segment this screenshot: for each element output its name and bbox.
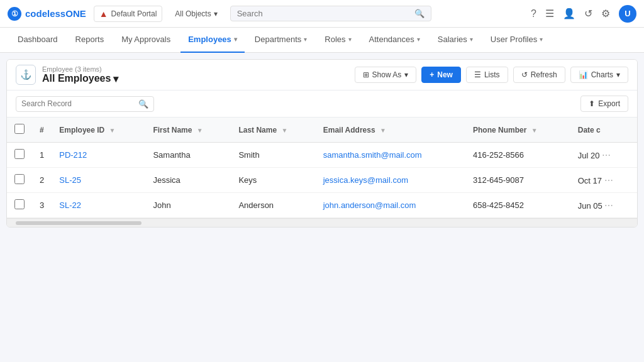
nav-departments[interactable]: Departments ▾ <box>247 28 314 53</box>
scroll-track[interactable] <box>7 218 637 227</box>
num-th: # <box>32 118 52 143</box>
phone-th[interactable]: Phone Number ▼ <box>465 118 570 143</box>
employee-id-th[interactable]: Employee ID ▼ <box>52 118 145 143</box>
global-search-input[interactable] <box>237 9 411 18</box>
nav-dashboard[interactable]: Dashboard <box>10 28 65 53</box>
subheader-title[interactable]: All Employees ▾ <box>42 73 118 85</box>
help-icon[interactable]: ? <box>531 8 536 19</box>
employees-table: # Employee ID ▼ First Name ▼ Last Name ▼ <box>7 118 637 218</box>
show-as-button[interactable]: ⊞ Show As ▾ <box>355 67 417 83</box>
row-checkbox-0[interactable] <box>14 149 25 159</box>
nav-employees-dropdown-icon: ▾ <box>234 36 237 43</box>
subheader-left: ⚓ Employee (3 items) All Employees ▾ <box>16 65 118 85</box>
row-date-1: Oct 17 ⋯ <box>570 168 637 193</box>
table-body: 1 PD-212 Samantha Smith samantha.smith@m… <box>7 143 637 218</box>
last-name-th-label: Last Name <box>238 126 277 134</box>
charts-label: Charts <box>591 70 613 79</box>
topbar: ① codelessONE ▲ Default Portal All Objec… <box>0 0 644 28</box>
objects-selector[interactable]: All Objects ▾ <box>170 7 222 21</box>
employee-id-th-label: Employee ID <box>59 126 104 134</box>
row-first-name-1: Jessica <box>145 168 231 193</box>
lists-label: Lists <box>484 70 500 79</box>
search-record-input[interactable] <box>21 99 135 108</box>
table-row: 2 SL-25 Jessica Keys jessica.keys@mail.c… <box>7 168 637 193</box>
table-row: 1 PD-212 Samantha Smith samantha.smith@m… <box>7 143 637 168</box>
logo-icon: ① <box>8 7 21 21</box>
row-checkbox-cell[interactable] <box>7 143 32 168</box>
nav-user-profiles[interactable]: User Profiles ▾ <box>483 28 550 53</box>
nav-roles-label: Roles <box>325 35 345 44</box>
scroll-thumb[interactable] <box>16 221 142 225</box>
subheader-title-text: All Employees <box>42 73 111 84</box>
portal-selector[interactable]: ▲ Default Portal <box>94 6 163 22</box>
charts-icon: 📊 <box>579 70 588 79</box>
global-search-icon: 🔍 <box>414 9 425 18</box>
table-header-row: # Employee ID ▼ First Name ▼ Last Name ▼ <box>7 118 637 143</box>
nav-departments-label: Departments <box>255 35 301 44</box>
first-name-th[interactable]: First Name ▼ <box>145 118 231 143</box>
subheader-title-group: Employee (3 items) All Employees ▾ <box>42 65 118 85</box>
objects-label: All Objects <box>175 9 211 18</box>
table-row: 3 SL-22 John Anderson john.anderson@mail… <box>7 193 637 218</box>
row-num-2: 3 <box>32 193 52 218</box>
user-manage-icon[interactable]: 👤 <box>563 8 575 19</box>
row-more-1[interactable]: ⋯ <box>604 175 613 185</box>
navbar: Dashboard Reports My Approvals Employees… <box>0 28 644 53</box>
row-checkbox-cell[interactable] <box>7 193 32 218</box>
row-phone-2: 658-425-8452 <box>465 193 570 218</box>
avatar[interactable]: U <box>619 5 636 23</box>
refresh-icon: ↺ <box>521 70 528 79</box>
nav-employees[interactable]: Employees ▾ <box>180 28 245 53</box>
nav-my-approvals[interactable]: My Approvals <box>114 28 178 53</box>
show-as-dropdown-icon: ▾ <box>404 70 408 79</box>
menu-icon[interactable]: ☰ <box>545 8 554 19</box>
row-more-0[interactable]: ⋯ <box>602 150 611 160</box>
nav-attendances-label: Attendances <box>369 35 414 44</box>
charts-button[interactable]: 📊 Charts ▾ <box>570 67 628 83</box>
export-button[interactable]: ⬆ Export <box>580 96 628 112</box>
nav-user-profiles-label: User Profiles <box>491 35 537 44</box>
settings-icon[interactable]: ⚙ <box>601 8 610 19</box>
row-employee-id-0[interactable]: PD-212 <box>52 143 145 168</box>
subheader-right: ⊞ Show As ▾ + New ☰ Lists ↺ Refresh 📊 Ch… <box>355 67 628 83</box>
search-record-wrap[interactable]: 🔍 <box>16 96 154 112</box>
row-employee-id-2[interactable]: SL-22 <box>52 193 145 218</box>
lists-button[interactable]: ☰ Lists <box>466 67 508 83</box>
row-email-1[interactable]: jessica.keys@mail.com <box>316 168 465 193</box>
lists-icon: ☰ <box>474 70 481 79</box>
global-search-bar[interactable]: 🔍 <box>230 6 431 21</box>
nav-employees-label: Employees <box>188 35 231 44</box>
phone-sort-icon: ▼ <box>531 127 538 134</box>
row-email-2[interactable]: john.anderson@mail.com <box>316 193 465 218</box>
nav-attendances[interactable]: Attendances ▾ <box>362 28 428 53</box>
show-as-icon: ⊞ <box>363 70 369 79</box>
row-checkbox-cell[interactable] <box>7 168 32 193</box>
last-name-th[interactable]: Last Name ▼ <box>231 118 315 143</box>
row-employee-id-1[interactable]: SL-25 <box>52 168 145 193</box>
row-num-0: 1 <box>32 143 52 168</box>
row-last-name-2: Anderson <box>231 193 315 218</box>
employees-table-wrap: # Employee ID ▼ First Name ▼ Last Name ▼ <box>7 118 637 218</box>
row-more-2[interactable]: ⋯ <box>604 200 613 211</box>
row-first-name-2: John <box>145 193 231 218</box>
row-email-0[interactable]: samantha.smith@mail.com <box>316 143 465 168</box>
email-th[interactable]: Email Address ▼ <box>316 118 465 143</box>
nav-dashboard-label: Dashboard <box>18 35 58 44</box>
first-name-th-label: First Name <box>153 126 192 134</box>
check-all-checkbox[interactable] <box>14 124 25 134</box>
nav-reports[interactable]: Reports <box>68 28 112 53</box>
logo: ① codelessONE <box>8 7 86 21</box>
nav-salaries[interactable]: Salaries ▾ <box>430 28 480 53</box>
email-sort-icon: ▼ <box>380 127 386 134</box>
nav-salaries-dropdown-icon: ▾ <box>470 36 473 43</box>
nav-reports-label: Reports <box>75 35 104 44</box>
nav-roles[interactable]: Roles ▾ <box>317 28 358 53</box>
row-last-name-0: Smith <box>231 143 315 168</box>
row-checkbox-1[interactable] <box>14 174 25 184</box>
history-icon[interactable]: ↺ <box>584 8 592 19</box>
new-button[interactable]: + New <box>421 67 461 83</box>
row-first-name-0: Samantha <box>145 143 231 168</box>
main-content: ⚓ Employee (3 items) All Employees ▾ ⊞ S… <box>6 59 638 228</box>
row-checkbox-2[interactable] <box>14 199 25 209</box>
refresh-button[interactable]: ↺ Refresh <box>513 67 565 83</box>
